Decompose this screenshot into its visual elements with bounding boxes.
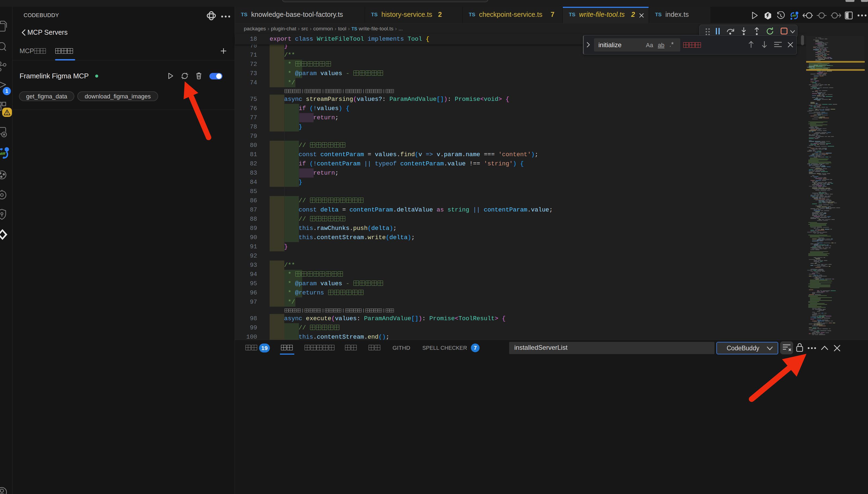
svg-text:diff: diff [792, 14, 796, 17]
svg-text:diff: diff [0, 152, 6, 156]
